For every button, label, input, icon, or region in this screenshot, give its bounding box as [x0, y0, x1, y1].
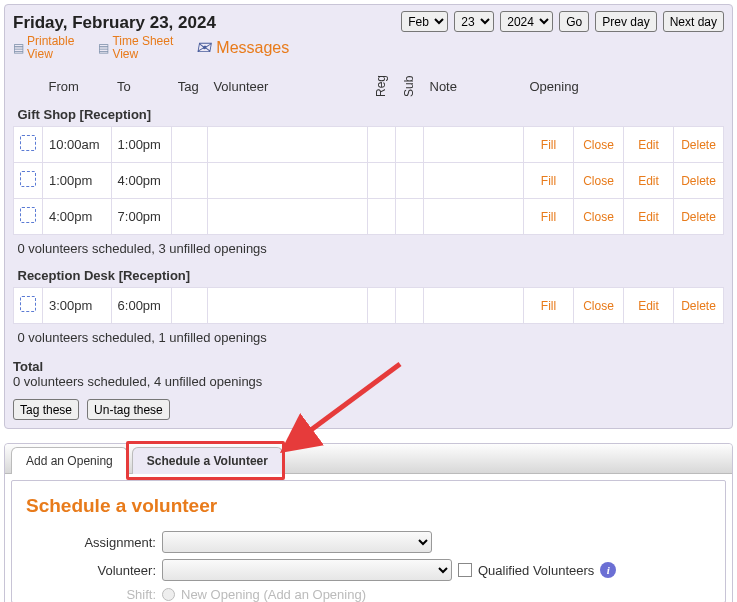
row-checkbox[interactable] [20, 207, 36, 223]
tag-these-button[interactable]: Tag these [13, 399, 79, 420]
close-link[interactable]: Close [583, 210, 614, 224]
fill-link[interactable]: Fill [541, 210, 556, 224]
fill-link[interactable]: Fill [541, 138, 556, 152]
prev-day-button[interactable]: Prev day [595, 11, 656, 32]
row-checkbox[interactable] [20, 171, 36, 187]
col-sub: Sub [395, 71, 423, 101]
tab-content: Schedule a volunteer Assignment: Volunte… [11, 480, 726, 602]
row-checkbox[interactable] [20, 135, 36, 151]
group-summary: 0 volunteers scheduled, 1 unfilled openi… [14, 324, 724, 352]
col-reg: Reg [367, 71, 395, 101]
qualified-volunteers-checkbox[interactable] [458, 563, 472, 577]
new-opening-text: New Opening (Add an Opening) [181, 587, 366, 602]
table-row: 1:00pm4:00pmFillCloseEditDelete [14, 163, 724, 199]
totals-line: 0 volunteers scheduled, 4 unfilled openi… [13, 374, 262, 389]
cell-to: 1:00pm [111, 127, 172, 163]
table-row: 4:00pm7:00pmFillCloseEditDelete [14, 199, 724, 235]
assignment-label: Assignment: [26, 535, 156, 550]
new-opening-radio [162, 588, 175, 601]
delete-link[interactable]: Delete [681, 174, 716, 188]
cell-to: 4:00pm [111, 163, 172, 199]
edit-link[interactable]: Edit [638, 174, 659, 188]
schedule-panel: Friday, February 23, 2024 Feb 23 2024 Go… [4, 4, 733, 429]
group-title: Reception Desk [Reception] [14, 262, 724, 288]
table-row: 10:00am1:00pmFillCloseEditDelete [14, 127, 724, 163]
envelope-icon: ✉ [195, 37, 214, 59]
table-row: 3:00pm6:00pmFillCloseEditDelete [14, 288, 724, 324]
volunteer-label: Volunteer: [26, 563, 156, 578]
delete-link[interactable]: Delete [681, 299, 716, 313]
schedule-table: From To Tag Volunteer Reg Sub Note Openi… [13, 71, 724, 351]
messages-link[interactable]: ✉ Messages [197, 37, 289, 59]
cell-to: 7:00pm [111, 199, 172, 235]
info-icon[interactable]: i [600, 562, 616, 578]
edit-link[interactable]: Edit [638, 138, 659, 152]
col-from: From [43, 71, 112, 101]
shift-label: Shift: [26, 587, 156, 602]
tab-schedule-volunteer[interactable]: Schedule a Volunteer [132, 447, 283, 474]
group-title: Gift Shop [Reception] [14, 101, 724, 127]
tab-strip: Add an Opening Schedule a Volunteer [5, 444, 732, 474]
group-summary: 0 volunteers scheduled, 3 unfilled openi… [14, 235, 724, 263]
document-icon: ▤ [13, 42, 24, 55]
section-heading: Schedule a volunteer [26, 495, 711, 517]
edit-link[interactable]: Edit [638, 299, 659, 313]
date-heading: Friday, February 23, 2024 [13, 11, 216, 33]
fill-link[interactable]: Fill [541, 299, 556, 313]
go-button[interactable]: Go [559, 11, 589, 32]
fill-link[interactable]: Fill [541, 174, 556, 188]
edit-link[interactable]: Edit [638, 210, 659, 224]
timesheet-view-link[interactable]: ▤ Time Sheet View [98, 35, 173, 61]
row-checkbox[interactable] [20, 296, 36, 312]
qualified-volunteers-label: Qualified Volunteers [478, 563, 594, 578]
year-select[interactable]: 2024 [500, 11, 553, 32]
cell-from: 4:00pm [43, 199, 112, 235]
totals-block: Total 0 volunteers scheduled, 4 unfilled… [13, 359, 724, 389]
lower-panel: Add an Opening Schedule a Volunteer Sche… [4, 443, 733, 602]
close-link[interactable]: Close [583, 174, 614, 188]
month-select[interactable]: Feb [401, 11, 448, 32]
day-select[interactable]: 23 [454, 11, 494, 32]
cell-to: 6:00pm [111, 288, 172, 324]
close-link[interactable]: Close [583, 299, 614, 313]
cell-from: 3:00pm [43, 288, 112, 324]
delete-link[interactable]: Delete [681, 138, 716, 152]
col-tag: Tag [172, 71, 208, 101]
printable-view-link[interactable]: ▤ Printable View [13, 35, 74, 61]
untag-these-button[interactable]: Un-tag these [87, 399, 170, 420]
document-icon: ▤ [98, 42, 109, 55]
next-day-button[interactable]: Next day [663, 11, 724, 32]
assignment-select[interactable] [162, 531, 432, 553]
col-to: To [111, 71, 172, 101]
totals-label: Total [13, 359, 724, 374]
col-note: Note [424, 71, 524, 101]
delete-link[interactable]: Delete [681, 210, 716, 224]
date-nav-controls: Feb 23 2024 Go Prev day Next day [401, 11, 724, 32]
volunteer-select[interactable] [162, 559, 452, 581]
close-link[interactable]: Close [583, 138, 614, 152]
col-opening: Opening [524, 71, 724, 101]
tab-add-opening[interactable]: Add an Opening [11, 447, 128, 474]
cell-from: 10:00am [43, 127, 112, 163]
cell-from: 1:00pm [43, 163, 112, 199]
col-volunteer: Volunteer [207, 71, 367, 101]
